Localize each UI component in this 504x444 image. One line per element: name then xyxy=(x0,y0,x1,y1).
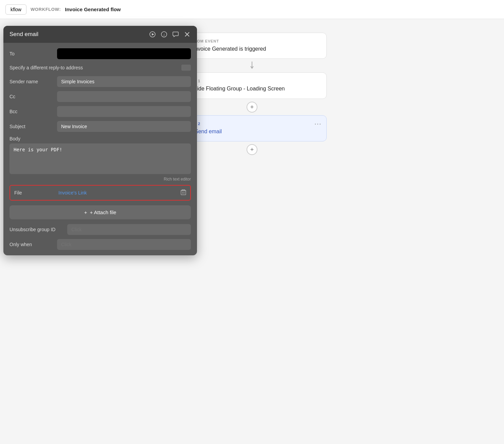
play-icon[interactable] xyxy=(149,31,156,38)
step2-menu-button[interactable]: ··· xyxy=(314,120,322,127)
file-row: File Invoice's Link xyxy=(10,185,191,201)
custom-event-text: Invoice Generated is triggered xyxy=(193,46,266,52)
file-delete-icon[interactable] xyxy=(181,189,186,197)
only-when-input[interactable] xyxy=(57,239,191,250)
attach-icon: + xyxy=(84,209,87,215)
reply-to-label: Specify a different reply-to address xyxy=(10,65,83,70)
body-section: Body Here is your PDF! Rich text editor xyxy=(10,136,191,182)
rich-text-editor-label[interactable]: Rich text editor xyxy=(10,177,191,182)
to-row: To xyxy=(10,48,191,59)
custom-event-content: ⦾ Invoice Generated is triggered xyxy=(186,45,318,52)
step1-text: Hide Floating Group - Loading Screen xyxy=(193,86,285,92)
sender-name-row: Sender name xyxy=(10,76,191,87)
unsubscribe-row: Unsubscribe group ID xyxy=(10,224,191,235)
main-area: CUSTOM EVENT ⦾ Invoice Generated is trig… xyxy=(0,19,504,444)
add-step-button-2[interactable]: + xyxy=(247,144,257,155)
close-icon[interactable] xyxy=(183,31,191,38)
custom-event-node: CUSTOM EVENT ⦾ Invoice Generated is trig… xyxy=(177,33,327,59)
to-label: To xyxy=(10,51,54,56)
svg-text:i: i xyxy=(163,33,164,37)
panel-header-icons: i xyxy=(149,31,191,38)
sender-name-label: Sender name xyxy=(10,79,54,84)
panel-header: Send email i xyxy=(3,26,197,43)
panel-title: Send email xyxy=(10,31,38,38)
bcc-input[interactable] xyxy=(57,106,191,117)
only-when-label: Only when xyxy=(10,242,54,247)
step1-content: ▷ Hide Floating Group - Loading Screen xyxy=(186,85,318,92)
file-value[interactable]: Invoice's Link xyxy=(58,190,177,195)
only-when-row: Only when xyxy=(10,239,191,250)
cc-input[interactable] xyxy=(57,91,191,102)
bcc-label: Bcc xyxy=(10,109,54,114)
step2-text: Send email xyxy=(195,129,222,135)
add-step-button-1[interactable]: + xyxy=(247,102,257,113)
file-label: File xyxy=(14,190,55,195)
topbar-workflow-title: Invoice Generated flow xyxy=(65,6,121,12)
flow-arrow-1 xyxy=(250,59,254,72)
body-textarea[interactable]: Here is your PDF! xyxy=(10,143,191,174)
unsubscribe-label: Unsubscribe group ID xyxy=(10,227,64,232)
to-input[interactable] xyxy=(57,48,191,59)
step1-node: STEP 1 ▷ Hide Floating Group - Loading S… xyxy=(177,72,327,99)
step2-content: Send email xyxy=(186,128,318,135)
sender-name-input[interactable] xyxy=(57,76,191,87)
subject-label: Subject xyxy=(10,124,54,129)
cc-label: Cc xyxy=(10,94,54,99)
step2-node: Text STEP 2 Send email ··· xyxy=(177,115,327,141)
unsubscribe-input[interactable] xyxy=(67,224,191,235)
comment-icon[interactable] xyxy=(172,31,179,38)
topbar-workflow-label: WORKFLOW: xyxy=(31,7,61,12)
subject-row: Subject xyxy=(10,121,191,132)
step2-label: STEP 2 xyxy=(186,122,318,126)
topbar: kflow WORKFLOW: Invoice Generated flow xyxy=(0,0,504,19)
info-icon[interactable]: i xyxy=(160,31,168,38)
send-email-panel: Send email i xyxy=(3,26,197,255)
step1-label: STEP 1 xyxy=(186,79,318,83)
attach-label: + Attach file xyxy=(90,209,116,215)
body-label: Body xyxy=(10,136,191,141)
svg-rect-8 xyxy=(181,190,186,195)
panel-body: To Specify a different reply-to address … xyxy=(3,43,197,255)
custom-event-label: CUSTOM EVENT xyxy=(186,39,318,43)
bcc-row: Bcc xyxy=(10,106,191,117)
workflow-back-button[interactable]: kflow xyxy=(5,4,26,15)
subject-input[interactable] xyxy=(57,121,191,132)
reply-to-row: Specify a different reply-to address xyxy=(10,63,191,72)
reply-to-toggle[interactable] xyxy=(181,65,191,71)
svg-marker-3 xyxy=(152,33,154,36)
attach-file-button[interactable]: + + Attach file xyxy=(10,205,191,219)
cc-row: Cc xyxy=(10,91,191,102)
